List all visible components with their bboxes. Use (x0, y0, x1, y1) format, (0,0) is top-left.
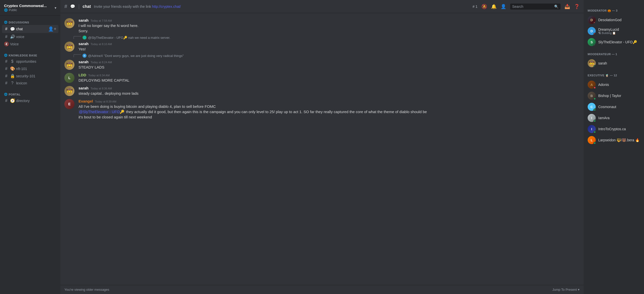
message-header: sarah Today at 8:24 AM (78, 60, 580, 64)
channel-security-label: security-101 (16, 74, 35, 78)
member-larpseidon[interactable]: L Larpseidon 🔱/🐻.bera 🔥 (586, 135, 642, 146)
search-box[interactable]: Search 🔍 (510, 4, 560, 10)
member-dreamylucid[interactable]: D DreamyLucid 🏗 Building 📋 (586, 25, 642, 37)
message-author: Evangel (78, 99, 93, 103)
server-visibility: 🌐 Public (4, 8, 47, 12)
channel-voice[interactable]: 🔇 Voice (2, 40, 58, 48)
member-info: IntroToCryptos.ca (598, 127, 626, 131)
message-header: sarah Today at 8:10 AM (78, 42, 580, 46)
member-name: Larpseidon 🔱/🐻.bera 🔥 (598, 138, 639, 142)
member-name: Adonis (598, 83, 609, 87)
avatar: 🤠 (64, 86, 74, 96)
message-author: sarah (78, 60, 89, 64)
member-cosmonaut[interactable]: C Cosmonaut (586, 101, 642, 112)
reply-line-2 (73, 54, 81, 57)
topbar-invite-text: Invite your friends easily with the link… (94, 5, 469, 9)
message-content: Evangel Today at 8:39 AM All I've been d… (78, 99, 580, 120)
chat-bubble-icon: 💬 (10, 27, 15, 31)
message-time: Today at 8:39 AM (95, 100, 116, 103)
portal-globe-icon: 🌐 (4, 93, 8, 96)
search-icon: 🔍 (554, 5, 558, 9)
channel-opportunities[interactable]: # $ opportunities (2, 58, 58, 65)
reply-preview: 🌐 @SlyTheElevator - UFO🔑 nah we need a m… (60, 36, 584, 40)
channel-lexicon[interactable]: # ? lexicon (2, 80, 58, 87)
messages-area: 🤠 sarah Today at 7:58 AM I will no longe… (60, 13, 584, 285)
message-group-3: 🤠 sarah Today at 8:24 AM STEADY LADS (60, 59, 584, 71)
member-name: DreamyLucid (598, 27, 619, 31)
inbox-icon[interactable]: 📥 (565, 4, 570, 9)
speaker-icon: 🔇 (4, 42, 9, 46)
section-knowledge-base[interactable]: 🌐 KNOWLEDGE BASE (2, 53, 58, 58)
section-discussions[interactable]: 🌐 DISCUSSIONS (2, 20, 58, 25)
threads-button[interactable]: # 1 (472, 5, 477, 9)
avatar: E (64, 99, 74, 109)
status-indicator (593, 142, 596, 144)
member-name: sarah (598, 61, 607, 65)
members-icon[interactable]: 👤 (501, 4, 506, 9)
member-bishop-taylor[interactable]: B Bishop | Taylor (586, 90, 642, 101)
channel-opportunities-label: opportunities (16, 59, 36, 63)
hash-icon-lex: # (4, 81, 9, 85)
status-indicator (593, 86, 596, 89)
hash-icon-opp: # (4, 59, 9, 64)
status-indicator (593, 97, 596, 100)
status-indicator (593, 65, 596, 67)
member-avatar: I (588, 125, 596, 133)
member-slytheelevator[interactable]: S SlyTheElevator - UFO🔑 (586, 37, 642, 48)
member-name: SlyTheElevator - UFO🔑 (598, 40, 637, 44)
message-text: Yes! (78, 46, 580, 52)
server-name: Cryptex Commonweal... (4, 4, 47, 8)
reply-avatar: 🌐 (83, 36, 87, 40)
member-sarah[interactable]: 🤠 sarah (586, 58, 642, 69)
member-iamara[interactable]: I IamAra (586, 112, 642, 123)
channel-directory[interactable]: # 🧭 directory (2, 97, 58, 104)
message-header: sarah Today at 7:58 AM (78, 18, 580, 22)
message-content: sarah Today at 7:58 AM I will no longer … (78, 18, 580, 34)
member-avatar: 🤠 (588, 59, 596, 67)
channel-lexicon-label: lexicon (16, 81, 27, 85)
channel-voice-text[interactable]: # 🔊 voice (2, 33, 58, 40)
member-name: Bishop | Taylor (598, 94, 621, 98)
member-info: sarah (598, 61, 607, 65)
add-member-icon[interactable]: 👤+ (48, 26, 56, 32)
message-text: I will no longer say the N word here. (78, 23, 580, 28)
member-adonis[interactable]: A Adonis (586, 79, 642, 90)
message-author: sarah (78, 42, 89, 46)
member-info: IamAra (598, 116, 610, 120)
member-name: IamAra (598, 116, 610, 120)
message-time: Today at 8:34 AM (88, 74, 110, 77)
message-time: Today at 8:24 AM (91, 61, 112, 64)
message-group-ldd: L LDD Today at 8:34 AM DEPLOYING MORE CA… (60, 72, 584, 84)
members-sidebar: MODERATOR 🎃 — 3 D DesolationGod D Dreamy… (584, 0, 644, 294)
topbar: # 💬 | chat Invite your friends easily wi… (60, 0, 584, 13)
hash-icon-dir: # (4, 99, 9, 103)
hash-icon: # (4, 27, 9, 31)
server-header[interactable]: Cryptex Commonweal... 🌐 Public ▾ (0, 0, 60, 16)
server-dropdown-icon: ▾ (55, 6, 56, 10)
moderator-section-title: MODERATOR 🎃 — 3 (586, 8, 642, 13)
reply-preview-2: B @AdrineX "Dont worry guys, we are just… (60, 54, 584, 58)
section-portal[interactable]: 🌐 PORTAL (2, 92, 58, 97)
topbar-invite-link[interactable]: http://cryptex.chat/ (152, 5, 181, 9)
older-messages-bar: You're viewing older messages Jump To Pr… (60, 285, 584, 294)
member-desolationgod[interactable]: D DesolationGod (586, 14, 642, 25)
jump-chevron-icon: ▾ (578, 288, 580, 291)
message-text-2: Sorry. (78, 28, 580, 34)
jump-to-present-button[interactable]: Jump To Present ▾ (552, 288, 580, 291)
member-introtocryptos[interactable]: I IntroToCryptos.ca (586, 123, 642, 135)
voice-emoji-icon: 🔊 (10, 34, 15, 39)
channel-security-101[interactable]: # 🔒 security-101 (2, 72, 58, 80)
message-text-1: All I've been doing is buying bitcoin an… (78, 104, 580, 109)
message-author: LDD (78, 73, 86, 77)
message-time: Today at 8:10 AM (91, 43, 112, 46)
channel-nft-101[interactable]: # 🎨 nft-101 (2, 65, 58, 72)
message-text: DEPLOYING MORE CAPITAL (78, 78, 580, 83)
mute-icon[interactable]: 🔕 (481, 4, 487, 9)
message-content: sarah Today at 8:36 AM steady capital.. … (78, 86, 580, 96)
help-icon[interactable]: ❓ (574, 4, 580, 9)
status-indicator (593, 109, 596, 111)
notification-icon[interactable]: 🔔 (491, 4, 497, 9)
channel-voice-label: voice (16, 35, 24, 39)
channel-chat[interactable]: # 💬 chat 👤+ (2, 25, 58, 33)
mention-sly[interactable]: @SlyTheElevator - UFO🔑 (78, 110, 125, 114)
